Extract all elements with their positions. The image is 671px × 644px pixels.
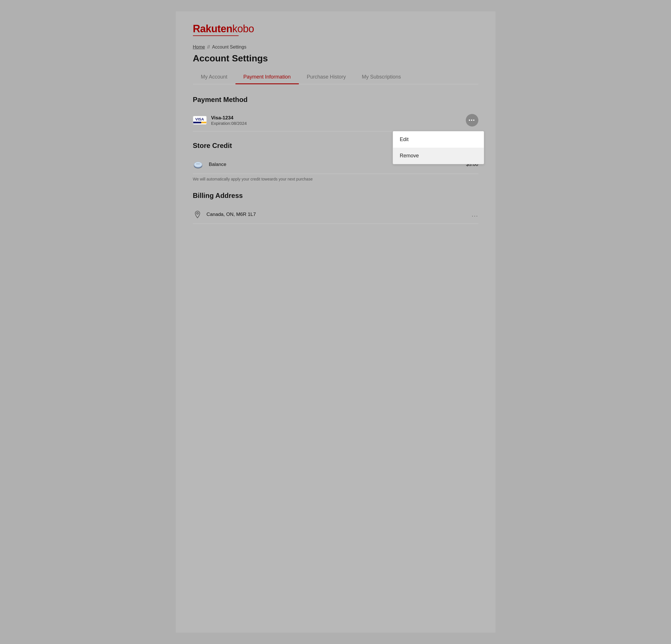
svg-point-3 <box>194 162 202 167</box>
tab-my-account[interactable]: My Account <box>193 71 236 84</box>
location-pin-icon <box>193 210 202 219</box>
location-icon-svg <box>194 210 201 219</box>
credit-note: We will automatically apply your credit … <box>193 174 478 181</box>
breadcrumb-separator: // <box>207 45 210 50</box>
payment-dropdown-menu: Edit Remove <box>393 131 484 164</box>
credit-icon-svg <box>193 161 204 169</box>
page-title: Account Settings <box>193 53 478 64</box>
logo-underline <box>193 35 239 36</box>
payment-method-title: Payment Method <box>193 96 478 104</box>
breadcrumb-home-link[interactable]: Home <box>193 45 205 50</box>
page-container: Rakutenkobo Home // Account Settings Acc… <box>176 11 495 633</box>
card-name: Visa-1234 <box>211 115 466 121</box>
more-dots-icon: ••• <box>469 117 475 123</box>
brand-name: Rakuten <box>193 23 232 35</box>
payment-more-button[interactable]: ••• <box>466 114 478 126</box>
visa-logo-stripe <box>193 122 206 123</box>
address-text: Canada, ON, M6R 1L7 <box>207 212 472 217</box>
visa-logo-text: VISA <box>195 117 204 121</box>
tabs-nav: My Account Payment Information Purchase … <box>193 71 478 84</box>
dropdown-edit-item[interactable]: Edit <box>393 132 484 148</box>
product-name: kobo <box>232 23 254 35</box>
expiry-value: 08/2024 <box>231 121 246 126</box>
more-button-container: ••• Edit Remove <box>466 114 478 126</box>
breadcrumb: Home // Account Settings <box>193 45 478 50</box>
billing-address-title: Billing Address <box>193 191 478 200</box>
tab-my-subscriptions[interactable]: My Subscriptions <box>354 71 409 84</box>
balance-icon <box>193 160 204 169</box>
expiry-label: Expiration: <box>211 121 231 126</box>
dropdown-remove-item[interactable]: Remove <box>393 148 484 164</box>
logo: Rakutenkobo <box>193 23 478 36</box>
payment-card-row: VISA Visa-1234 Expiration:08/2024 ••• Ed… <box>193 109 478 132</box>
visa-logo: VISA <box>193 116 207 124</box>
address-more-button[interactable]: ... <box>472 211 478 218</box>
payment-method-section: Payment Method VISA Visa-1234 Expiration… <box>193 96 478 132</box>
card-expiry: Expiration:08/2024 <box>211 121 466 126</box>
svg-point-5 <box>197 212 198 214</box>
billing-address-section: Billing Address Canada, ON, M6R 1L7 ... <box>193 191 478 224</box>
address-row: Canada, ON, M6R 1L7 ... <box>193 205 478 224</box>
payment-card-info: Visa-1234 Expiration:08/2024 <box>211 115 466 126</box>
tab-payment-information[interactable]: Payment Information <box>236 71 299 84</box>
breadcrumb-current: Account Settings <box>212 45 246 50</box>
tab-purchase-history[interactable]: Purchase History <box>299 71 354 84</box>
logo-text: Rakutenkobo <box>193 23 478 35</box>
